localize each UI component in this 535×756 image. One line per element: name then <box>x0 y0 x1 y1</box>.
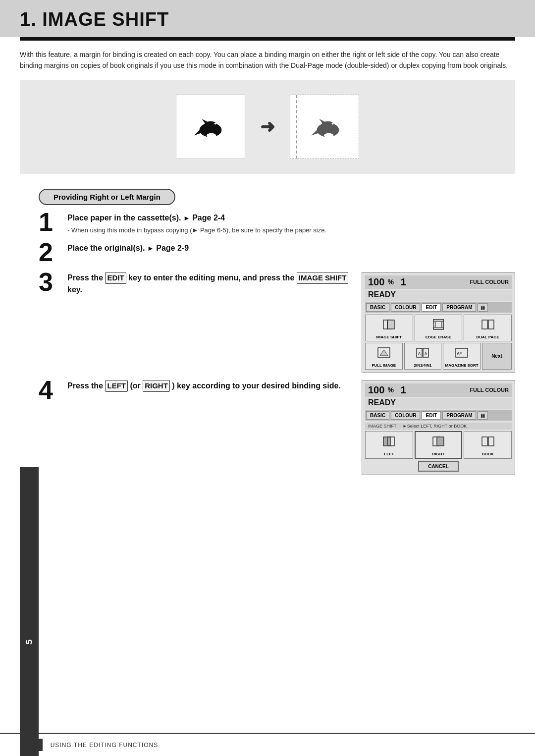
svg-text:A: A <box>425 352 427 355</box>
step-4-row: 4 Press the LEFT (or RIGHT ) key accordi… <box>39 380 515 475</box>
panel4-pct-sign: % <box>387 386 393 394</box>
panel3-btn-magazine-sort[interactable]: A≡ MAGAZINE SORT <box>443 343 481 370</box>
panel3-ready: READY <box>365 290 512 301</box>
panel4-image-shift-label-text: IMAGE SHIFT <box>368 424 396 429</box>
panel4-tabs: BASIC COLOUR EDIT PROGRAM ▦ <box>365 410 512 421</box>
panel4-btn-left[interactable]: LEFT <box>365 431 413 459</box>
panel3-next-btn[interactable]: Next <box>482 343 512 370</box>
edit-key: EDIT <box>105 272 126 284</box>
step-1-row: 1 Place paper in the cassette(s). ► Page… <box>39 212 515 235</box>
panel3-btn-2in1[interactable]: AA 2IN1/4IN1 <box>404 343 442 370</box>
svg-rect-17 <box>387 320 394 329</box>
panel4-tab-basic[interactable]: BASIC <box>366 411 389 420</box>
step-2-page-ref: Page 2-9 <box>156 244 189 252</box>
image-shift-key: IMAGE SHIFT <box>297 272 349 284</box>
step-3-number: 3 <box>39 269 64 295</box>
left-key: LEFT <box>105 380 128 392</box>
step-3-title: Press the EDIT key to enter the editing … <box>67 272 356 296</box>
step-1-page-ref: Page 2-4 <box>192 214 225 222</box>
step-4-title: Press the LEFT (or RIGHT ) key according… <box>67 380 356 392</box>
panel3-btn-image-shift[interactable]: IMAGE SHIFT <box>365 315 413 341</box>
panel3-btn-full-image[interactable]: FULL IMAGE <box>365 343 403 370</box>
intro-text: With this feature, a margin for binding … <box>20 50 515 71</box>
panel4-btn-right[interactable]: RIGHT <box>415 431 463 459</box>
panel3-full-image-icon <box>377 346 391 362</box>
illustration-area: ➜ <box>20 80 515 174</box>
panel4-tab-program[interactable]: PROGRAM <box>442 411 476 420</box>
svg-rect-40 <box>482 437 487 446</box>
panel4-book-icon <box>481 434 495 451</box>
step-2-title: Place the original(s). ► Page 2-9 <box>67 242 515 254</box>
page-title: 1. IMAGE SHIFT <box>20 9 515 30</box>
panel3-image-shift-icon <box>382 318 396 334</box>
step-4-panel: 100 % 1 FULL COLOUR READY BASIC COLOUR E… <box>362 380 515 475</box>
step-2-content: Place the original(s). ► Page 2-9 <box>67 242 515 254</box>
svg-rect-22 <box>433 320 443 322</box>
panel3-btn-full-image-label: FULL IMAGE <box>372 363 396 368</box>
panel3-grid-row1: IMAGE SHIFT EDGE ERASE <box>365 315 512 341</box>
panel4-btn-left-label: LEFT <box>384 452 394 456</box>
whale-after-icon <box>308 107 348 147</box>
panel4-select-label: ►Select LEFT, RIGHT or BOOK <box>403 424 467 429</box>
panel4-ready: READY <box>365 398 512 409</box>
panel4-cancel-row: CANCEL <box>365 461 512 472</box>
svg-point-15 <box>324 133 333 138</box>
panel4-full-colour: FULL COLOUR <box>470 387 509 393</box>
panel3-btn-image-shift-label: IMAGE SHIFT <box>376 335 402 339</box>
step-1-content: Place paper in the cassette(s). ► Page 2… <box>67 212 515 235</box>
panel4-tab-edit[interactable]: EDIT <box>422 411 441 420</box>
panel4-right-icon <box>431 434 445 451</box>
panel3-grid-row2: FULL IMAGE AA 2IN1/4IN1 A≡ <box>365 343 512 370</box>
panel3-edge-erase-icon <box>431 318 445 334</box>
svg-marker-27 <box>380 350 388 356</box>
svg-rect-24 <box>482 320 487 329</box>
panel3-dual-page-icon <box>481 318 495 334</box>
svg-text:A: A <box>418 352 421 355</box>
svg-point-7 <box>207 133 216 138</box>
panel4-tab-icon[interactable]: ▦ <box>478 411 488 420</box>
step-1-title: Place paper in the cassette(s). ► Page 2… <box>67 212 515 224</box>
panel3-btn-dual-page[interactable]: DUAL PAGE <box>464 315 512 341</box>
panel4-btn-right-label: RIGHT <box>432 452 445 456</box>
panel4-tab-colour[interactable]: COLOUR <box>391 411 420 420</box>
panel4-btn-book[interactable]: BOOK <box>464 431 512 459</box>
right-key: RIGHT <box>143 380 170 392</box>
footer: 5-2 USING THE EDITING FUNCTIONS <box>0 733 535 756</box>
divider <box>20 37 515 41</box>
footer-text: USING THE EDITING FUNCTIONS <box>51 742 158 749</box>
panel3-2in1-icon: AA <box>416 346 429 362</box>
step-3-panel: 100 % 1 FULL COLOUR READY BASIC COLOUR E… <box>362 272 515 373</box>
step-2-arrow: ► <box>147 244 154 252</box>
panel3-tab-icon[interactable]: ▦ <box>478 303 488 312</box>
svg-rect-41 <box>488 437 494 446</box>
panel4-cancel-btn[interactable]: CANCEL <box>418 461 459 472</box>
panel3-tab-program[interactable]: PROGRAM <box>442 303 476 312</box>
panel3-tab-basic[interactable]: BASIC <box>366 303 389 312</box>
panel3-btn-edge-erase[interactable]: EDGE ERASE <box>415 315 463 341</box>
title-bar: 1. IMAGE SHIFT <box>0 0 535 37</box>
step-2-title-text: Place the original(s). <box>67 244 147 252</box>
side-tab-number: 5 <box>20 467 39 756</box>
step-2-number: 2 <box>39 239 64 265</box>
panel3-magazine-sort-icon: A≡ <box>455 346 469 362</box>
panel4-grid: LEFT RIGHT <box>365 431 512 459</box>
step-4-left: 4 Press the LEFT (or RIGHT ) key accordi… <box>39 380 356 403</box>
svg-rect-25 <box>488 320 494 329</box>
step-3-left: 3 Press the EDIT key to enter the editin… <box>39 272 356 296</box>
panel3-tab-colour[interactable]: COLOUR <box>391 303 420 312</box>
panel3-percent: 100 <box>368 276 384 288</box>
section-heading: Providing Right or Left Margin <box>39 189 175 205</box>
step-1-number: 1 <box>39 209 64 235</box>
panel3-tab-edit[interactable]: EDIT <box>422 303 441 312</box>
step-4-content: Press the LEFT (or RIGHT ) key according… <box>67 380 356 392</box>
svg-rect-38 <box>437 437 444 446</box>
illustration-arrow: ➜ <box>260 116 275 137</box>
step-4-number: 4 <box>39 377 64 403</box>
step-1-arrow: ► <box>183 214 190 222</box>
step-2-row: 2 Place the original(s). ► Page 2-9 <box>39 242 515 265</box>
step-1-sub: - When using this mode in bypass copying… <box>67 225 515 235</box>
step-3-row: 3 Press the EDIT key to enter the editin… <box>39 272 515 373</box>
panel3-tabs: BASIC COLOUR EDIT PROGRAM ▦ <box>365 302 512 313</box>
whale-after-box <box>290 95 359 159</box>
svg-point-12 <box>332 123 334 125</box>
